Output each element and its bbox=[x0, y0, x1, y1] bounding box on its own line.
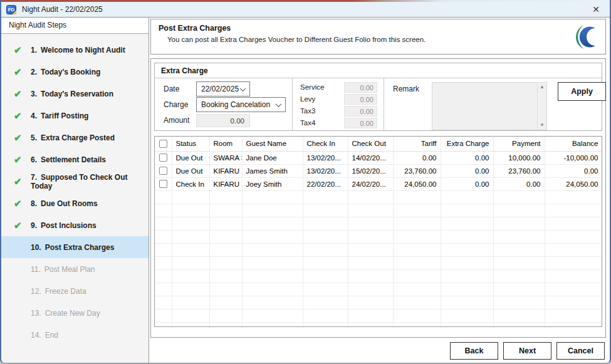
cell-guest: James Smith bbox=[242, 164, 303, 177]
table-row[interactable]: Due OutSWARA 3Jane Doe13/02/20...14/02/2… bbox=[155, 151, 602, 164]
sidebar-item-tariff-posting[interactable]: ✔4. Tariff Posting bbox=[1, 105, 149, 127]
green-check-icon: ✔ bbox=[14, 111, 31, 120]
step-label: 12. Freeze Data bbox=[31, 287, 86, 296]
amount-field[interactable]: 0.00 bbox=[196, 114, 250, 127]
tax-field: 0.00 bbox=[344, 82, 377, 93]
step-label: 6. Settlement Details bbox=[31, 155, 106, 164]
step-label: 5. Extra Charge Posted bbox=[31, 133, 115, 142]
cell-checkbox bbox=[155, 177, 172, 190]
cancel-button[interactable]: Cancel bbox=[556, 342, 605, 360]
app-icon: FD bbox=[6, 5, 16, 14]
cell-balance: -10,000.00 bbox=[545, 151, 602, 164]
empty-table-row bbox=[155, 190, 602, 204]
column-header-Extra Charge: Extra Charge bbox=[441, 137, 493, 151]
sidebar-item-today-s-reservation[interactable]: ✔3. Today's Reservation bbox=[1, 83, 149, 105]
date-dropdown[interactable]: 22/02/2025 bbox=[196, 81, 250, 96]
column-header-checkbox bbox=[155, 137, 172, 151]
row-checkbox[interactable] bbox=[159, 153, 167, 162]
sidebar-item-end[interactable]: 14. End bbox=[1, 324, 149, 346]
tax-label: Tax4 bbox=[300, 119, 315, 127]
remark-textarea[interactable]: ▲ ▼ bbox=[432, 82, 547, 130]
sidebar-item-due-out-rooms[interactable]: ✔8. Due Out Rooms bbox=[1, 192, 149, 214]
sidebar-item-post-meal-plan[interactable]: 11. Post Meal Plan bbox=[1, 258, 149, 280]
cell-balance: 0.00 bbox=[545, 164, 602, 177]
cell-payment: 23,760.00 bbox=[493, 164, 545, 177]
table-body: Due OutSWARA 3Jane Doe13/02/20...14/02/2… bbox=[155, 151, 602, 327]
cell-payment: 0.00 bbox=[493, 177, 545, 190]
sidebar-item-welcome-to-night-audit[interactable]: ✔1. Welcome to Night Audit bbox=[1, 39, 149, 61]
sidebar-item-create-new-day[interactable]: 13. Create New Day bbox=[1, 302, 149, 324]
column-header-Guest Name: Guest Name bbox=[242, 137, 303, 151]
page-header: Post Extra Charges You can post all Extr… bbox=[150, 19, 606, 55]
guest-folio-table: StatusRoomGuest NameCheck InCheck OutTar… bbox=[154, 136, 602, 327]
charge-entry-section: Date 22/02/2025 Charge Booking Cancelati… bbox=[155, 78, 293, 130]
sidebar-item-post-extra-charges[interactable]: 10. Post Extra Charges bbox=[1, 236, 149, 258]
sidebar-item-today-s-booking[interactable]: ✔2. Today's Booking bbox=[1, 61, 149, 83]
column-header-Check Out: Check Out bbox=[348, 137, 393, 151]
page-title: Post Extra Charges bbox=[159, 24, 598, 33]
empty-table-row bbox=[155, 243, 602, 256]
column-header-Check In: Check In bbox=[303, 137, 348, 151]
green-check-icon: ✔ bbox=[14, 177, 31, 186]
cell-payment: 10,000.00 bbox=[493, 151, 545, 164]
tax-section: Service0.00Levy0.00Tax30.00Tax40.00 bbox=[293, 78, 384, 130]
tax-field: 0.00 bbox=[344, 106, 377, 117]
sidebar-item-extra-charge-posted[interactable]: ✔5. Extra Charge Posted bbox=[1, 127, 149, 148]
empty-table-row bbox=[155, 256, 602, 269]
cell-extra: 0.00 bbox=[441, 164, 493, 177]
green-check-icon: ✔ bbox=[14, 89, 31, 98]
amount-label: Amount bbox=[164, 116, 196, 125]
select-all-checkbox[interactable] bbox=[159, 140, 167, 148]
sidebar-item-supposed-to-check-out-today[interactable]: ✔7. Supposed To Check Out Today bbox=[1, 170, 149, 192]
tax-field: 0.00 bbox=[344, 94, 377, 105]
step-label: 13. Create New Day bbox=[31, 309, 100, 318]
tax-row-service: Service0.00 bbox=[300, 81, 377, 93]
table-row[interactable]: Check InKIFARU 2Joey Smith22/02/20...24/… bbox=[155, 177, 602, 190]
cell-extra: 0.00 bbox=[441, 151, 493, 164]
cell-room: KIFARU 2 bbox=[209, 177, 242, 190]
scroll-down-icon[interactable]: ▼ bbox=[540, 123, 545, 128]
sidebar-item-post-inclusions[interactable]: ✔9. Post Inclusions bbox=[1, 214, 149, 236]
charge-dropdown[interactable]: Booking Cancelation bbox=[196, 97, 286, 112]
remark-scrollbar[interactable]: ▲ ▼ bbox=[537, 83, 546, 130]
date-label: Date bbox=[164, 85, 196, 93]
cell-guest: Joey Smith bbox=[242, 177, 303, 190]
dialog-body: Night Audit Steps ✔1. Welcome to Night A… bbox=[1, 18, 610, 363]
step-label: 3. Today's Reservation bbox=[31, 90, 113, 98]
scroll-up-icon[interactable]: ▲ bbox=[540, 85, 545, 90]
tax-label: Levy bbox=[300, 95, 315, 103]
row-checkbox[interactable] bbox=[159, 180, 167, 188]
close-icon[interactable]: ✕ bbox=[590, 5, 602, 14]
sidebar-item-settlement-details[interactable]: ✔6. Settlement Details bbox=[1, 148, 149, 170]
green-check-icon: ✔ bbox=[14, 199, 31, 208]
apply-button[interactable]: Apply bbox=[558, 82, 606, 101]
sidebar-item-freeze-data[interactable]: 12. Freeze Data bbox=[1, 280, 149, 302]
chevron-down-icon bbox=[276, 101, 282, 107]
extra-charge-groupbox: Extra Charge Date 22/02/2025 bbox=[154, 63, 602, 131]
column-header-Room: Room bbox=[209, 137, 242, 151]
cell-checkbox bbox=[155, 151, 172, 164]
back-button[interactable]: Back bbox=[450, 342, 498, 360]
step-label: 2. Today's Booking bbox=[31, 68, 100, 76]
groupbox-title: Extra Charge bbox=[155, 63, 602, 78]
next-button[interactable]: Next bbox=[503, 342, 551, 360]
table-row[interactable]: Due OutKIFARU 1James Smith13/02/20...15/… bbox=[155, 164, 602, 177]
green-check-icon: ✔ bbox=[14, 221, 31, 230]
cell-status: Due Out bbox=[172, 164, 209, 177]
cell-checkout: 24/02/20... bbox=[348, 177, 393, 190]
cell-extra: 0.00 bbox=[441, 177, 493, 190]
cell-guest: Jane Doe bbox=[242, 151, 303, 164]
empty-table-row bbox=[155, 283, 602, 296]
green-check-icon: ✔ bbox=[14, 133, 31, 142]
step-label: 7. Supposed To Check Out Today bbox=[31, 173, 149, 190]
row-checkbox[interactable] bbox=[159, 167, 167, 175]
main-panel: Post Extra Charges You can post all Extr… bbox=[149, 18, 610, 363]
brand-logo-icon bbox=[576, 24, 600, 50]
content-box: Extra Charge Date 22/02/2025 bbox=[150, 58, 606, 338]
tax-label: Tax3 bbox=[300, 107, 315, 115]
empty-table-row bbox=[155, 269, 602, 283]
cell-balance: 24,050.00 bbox=[545, 177, 602, 190]
chevron-down-icon bbox=[240, 85, 246, 91]
cell-tariff: 23,760.00 bbox=[393, 164, 441, 177]
sidebar-steps: ✔1. Welcome to Night Audit✔2. Today's Bo… bbox=[1, 34, 149, 363]
